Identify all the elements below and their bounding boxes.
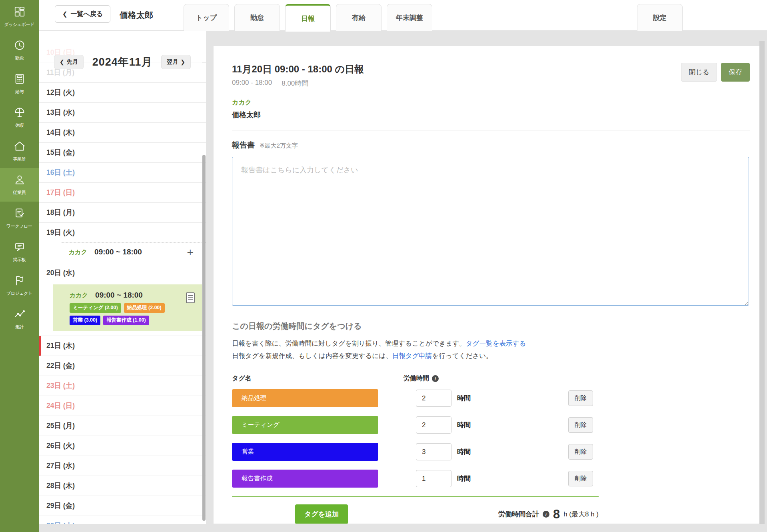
save-button[interactable]: 保存: [721, 63, 750, 82]
tab-勤怠[interactable]: 勤怠: [234, 4, 280, 31]
calendar-day-row[interactable]: 12日 (火): [39, 83, 206, 103]
report-textarea[interactable]: [232, 157, 749, 306]
report-document-icon[interactable]: [186, 292, 195, 303]
tag-name-bar[interactable]: ミーティング: [232, 416, 378, 434]
tag-chip: 納品処理 (2.00): [124, 303, 165, 313]
tab-トップ[interactable]: トップ: [184, 4, 229, 31]
tag-request-link[interactable]: 日報タグ申請: [392, 352, 432, 359]
day-label: 19日 (火): [46, 223, 206, 242]
calendar-day-row[interactable]: 15日 (金): [39, 143, 206, 163]
tab-日報[interactable]: 日報: [285, 4, 331, 32]
sidebar-item-label: プロジェクト: [6, 290, 32, 297]
calendar-day-row[interactable]: 25日 (月): [39, 416, 206, 436]
sidebar-item-label: 休暇: [15, 122, 24, 129]
sidebar-item-dashboard[interactable]: ダッシュボード: [0, 0, 39, 34]
calendar-day-row[interactable]: 29日 (金): [39, 496, 206, 516]
day-label: 17日 (日): [46, 183, 206, 202]
calendar-day-row[interactable]: 20日 (水)カカク09:00 ~ 18:00ミーティング (2.00)納品処理…: [39, 263, 206, 336]
sidebar-item-vacation[interactable]: 休暇: [0, 101, 39, 134]
sidebar-item-label: 掲示板: [13, 257, 26, 263]
tag-hours-input[interactable]: [416, 416, 451, 434]
entry-office: カカク: [69, 248, 87, 256]
tag-rows: 納品処理時間削除ミーティング時間削除営業時間削除報告書作成時間削除: [232, 389, 599, 488]
calendar-day-row[interactable]: 16日 (土): [39, 163, 206, 183]
calendar-day-row[interactable]: 21日 (木): [39, 336, 206, 356]
tab-bar: トップ勤怠日報有給年末調整: [184, 4, 432, 31]
tab-有給[interactable]: 有給: [336, 4, 382, 31]
calendar-day-row[interactable]: 14日 (木): [39, 123, 206, 143]
calendar-day-row[interactable]: 22日 (金): [39, 356, 206, 376]
sidebar-item-label: ワークフロー: [6, 223, 32, 230]
col-header-tag-name: タグ名: [232, 374, 252, 383]
sidebar-item-board[interactable]: 掲示板: [0, 235, 39, 269]
sidebar-item-workflow[interactable]: ワークフロー: [0, 202, 39, 235]
back-to-list-button[interactable]: ❮ 一覧へ戻る: [55, 5, 110, 23]
sidebar-item-attendance[interactable]: 勤怠: [0, 34, 39, 67]
sidebar-item-label: 事業所: [13, 156, 26, 162]
report-subtitle: 09:00 - 18:00 8.00時間: [232, 79, 364, 88]
umbrella-icon: [14, 106, 26, 120]
calendar-day-row[interactable]: 30日 (土): [39, 516, 206, 524]
sidebar-item-office[interactable]: 事業所: [0, 134, 39, 168]
tag-row: 納品処理時間削除: [232, 389, 599, 407]
calendar-day-row[interactable]: 13日 (水): [39, 103, 206, 123]
prev-month-button[interactable]: ❮ 先月: [54, 55, 84, 69]
tab-年末調整[interactable]: 年末調整: [387, 4, 432, 31]
day-label: 24日 (日): [46, 396, 206, 416]
shift-entry[interactable]: カカク09:00 ~ 18:00＋: [62, 242, 206, 259]
day-label: 12日 (火): [46, 83, 206, 102]
add-report-icon[interactable]: ＋: [185, 248, 196, 256]
add-tag-button[interactable]: タグを追加: [295, 504, 348, 524]
sidebar-item-project[interactable]: プロジェクト: [0, 269, 39, 302]
calculator-icon: [14, 73, 26, 86]
sidebar-item-label: 勤怠: [15, 55, 24, 62]
day-label: 29日 (金): [46, 496, 206, 516]
chevron-left-icon: ❮: [60, 59, 64, 65]
calendar-day-row[interactable]: 26日 (火): [39, 436, 206, 456]
next-month-button[interactable]: 翌月 ❯: [161, 55, 191, 69]
calendar-day-row[interactable]: 18日 (月): [39, 203, 206, 223]
report-hours: 8.00時間: [282, 79, 308, 88]
calendar-day-row[interactable]: 17日 (日): [39, 183, 206, 203]
tag-name-bar[interactable]: 納品処理: [232, 389, 378, 407]
calendar-day-row[interactable]: 23日 (土): [39, 376, 206, 396]
day-label: 25日 (月): [46, 416, 206, 436]
tab-settings[interactable]: 設定: [637, 4, 683, 31]
delete-tag-button[interactable]: 削除: [568, 417, 593, 433]
tag-name-bar[interactable]: 営業: [232, 443, 378, 461]
delete-tag-button[interactable]: 削除: [568, 471, 593, 486]
info-icon[interactable]: i: [432, 375, 439, 382]
tag-list-link[interactable]: タグ一覧を表示する: [466, 340, 526, 347]
chart-icon: [14, 308, 26, 322]
calendar-day-row[interactable]: 24日 (日): [39, 396, 206, 416]
calendar-day-row[interactable]: 28日 (木): [39, 476, 206, 496]
sidebar-item-employee[interactable]: 従業員: [0, 168, 39, 202]
calendar-scrollbar[interactable]: [202, 155, 206, 521]
sidebar-item-label: 従業員: [13, 190, 26, 196]
tag-chip: 営業 (3.00): [70, 316, 100, 325]
calendar-day-row[interactable]: 19日 (火)カカク09:00 ~ 18:00＋: [39, 223, 206, 263]
tag-hours-input[interactable]: [416, 390, 451, 407]
entry-office: カカク: [70, 292, 88, 299]
tag-hours-input[interactable]: [416, 443, 451, 460]
tag-hours-input[interactable]: [416, 470, 451, 487]
selected-shift-entry[interactable]: カカク09:00 ~ 18:00ミーティング (2.00)納品処理 (2.00)…: [53, 284, 202, 331]
month-title: 2024年11月: [92, 55, 153, 69]
total-unit: h (最大8 h ): [563, 510, 599, 519]
day-label: 22日 (金): [46, 356, 206, 376]
topbar: ❮ 一覧へ戻る 価格太郎 トップ勤怠日報有給年末調整 設定: [39, 0, 767, 31]
day-label: 16日 (土): [46, 163, 206, 182]
sidebar-item-aggregate[interactable]: 集計: [0, 302, 39, 336]
tag-name-bar[interactable]: 報告書作成: [232, 470, 378, 488]
main-scrollbar[interactable]: [759, 41, 765, 524]
tag-table: タグ名 労働時間 i 納品処理時間削除ミーティング時間削除営業時間削除報告書作成…: [232, 374, 599, 524]
hours-unit-label: 時間: [457, 474, 471, 483]
sidebar-item-payroll[interactable]: 給与: [0, 67, 39, 101]
info-icon[interactable]: i: [543, 511, 549, 518]
tag-chip: ミーティング (2.00): [70, 303, 121, 313]
close-button[interactable]: 閉じる: [681, 63, 717, 82]
sidebar: ダッシュボード勤怠給与休暇事業所従業員ワークフロー掲示板プロジェクト集計: [0, 0, 39, 532]
delete-tag-button[interactable]: 削除: [568, 390, 593, 406]
calendar-day-row[interactable]: 27日 (水): [39, 456, 206, 476]
delete-tag-button[interactable]: 削除: [568, 444, 593, 460]
